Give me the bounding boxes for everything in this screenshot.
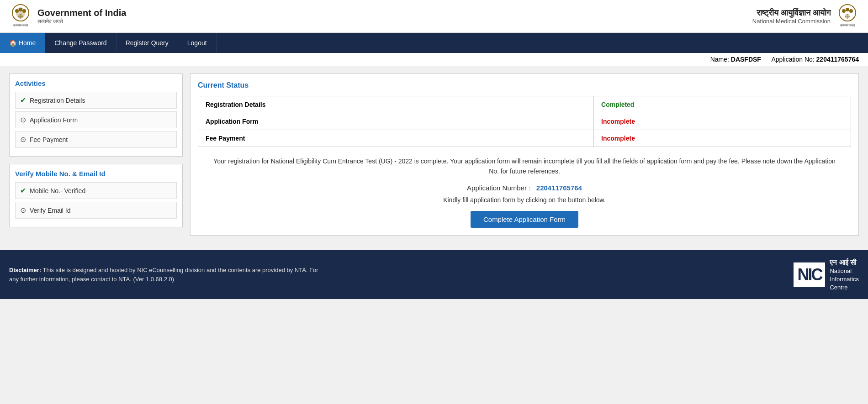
activities-section: Activities ✔ Registration Details ⊙ Appl… <box>9 73 183 157</box>
gov-title: Government of India <box>37 8 126 18</box>
circle-icon-email: ⊙ <box>20 206 26 215</box>
nmc-english-title: National Medical Commission <box>752 18 831 25</box>
gov-brand: सत्यमेव जयते Government of India सत्यमेव… <box>9 4 126 29</box>
fill-instruction-text: Kindly fill application form by clicking… <box>198 196 851 204</box>
sidebar-item-registration-details[interactable]: ✔ Registration Details <box>15 92 177 109</box>
svg-point-12 <box>849 9 853 13</box>
svg-point-11 <box>846 8 849 11</box>
nav-home[interactable]: 🏠 Home <box>0 33 45 53</box>
svg-text:सत्यमेव जयते: सत्यमेव जयते <box>13 23 29 27</box>
app-number-label: Application Number : <box>467 184 530 192</box>
app-no-value: 220411765764 <box>816 56 859 63</box>
nmc-hindi-title: राष्ट्रीय आयुर्विज्ञान आयोग <box>752 8 831 18</box>
table-row: Application Form Incomplete <box>198 113 851 130</box>
main-content: Activities ✔ Registration Details ⊙ Appl… <box>0 66 868 243</box>
check-icon-mobile: ✔ <box>20 186 26 195</box>
status-value-application: Incomplete <box>594 113 851 130</box>
user-info-bar: Name: DASFDSF Application No: 2204117657… <box>0 53 868 66</box>
table-row: Registration Details Completed <box>198 96 851 113</box>
footer-disclaimer: Disclaimer: This site is designed and ho… <box>9 266 329 283</box>
status-item-fee: Fee Payment <box>198 130 594 147</box>
disclaimer-text: This site is designed and hosted by NIC … <box>9 267 318 283</box>
sidebar-item-application-form[interactable]: ⊙ Application Form <box>15 111 177 128</box>
app-no-label: Application No: <box>772 56 815 63</box>
gov-emblem-icon: सत्यमेव जयते <box>9 4 32 29</box>
nav-register-query[interactable]: Register Query <box>116 33 178 53</box>
nic-line3: Centre <box>830 283 859 292</box>
sidebar-registration-label: Registration Details <box>30 97 85 104</box>
sidebar-fee-label: Fee Payment <box>30 136 68 143</box>
svg-point-10 <box>842 9 846 13</box>
verify-section: Verify Mobile No. & Email Id ✔ Mobile No… <box>9 164 183 227</box>
status-item-registration: Registration Details <box>198 96 594 113</box>
nic-line1: National <box>830 267 859 275</box>
nmc-brand: राष्ट्रीय आयुर्विज्ञान आयोग National Med… <box>752 4 859 29</box>
sidebar-item-verify-email[interactable]: ⊙ Verify Email Id <box>15 202 177 219</box>
nav-logout[interactable]: Logout <box>178 33 217 53</box>
table-row: Fee Payment Incomplete <box>198 130 851 147</box>
sidebar-item-fee-payment[interactable]: ⊙ Fee Payment <box>15 131 177 148</box>
nic-logo: NIC एन आई सी National Informatics Centre <box>794 257 859 292</box>
nic-icon: NIC <box>797 265 821 284</box>
gov-subtitle: सत्यमेव जयते <box>37 18 126 25</box>
page-header: सत्यमेव जयते Government of India सत्यमेव… <box>0 0 868 33</box>
sidebar-item-mobile-verified[interactable]: ✔ Mobile No.- Verified <box>15 182 177 199</box>
status-title: Current Status <box>198 81 851 89</box>
status-value-fee: Incomplete <box>594 130 851 147</box>
svg-point-5 <box>22 9 26 13</box>
sidebar-mobile-label: Mobile No.- Verified <box>30 187 85 194</box>
app-number-value: 220411765764 <box>536 184 582 192</box>
nav-change-password[interactable]: Change Password <box>45 33 116 53</box>
disclaimer-label: Disclaimer: <box>9 267 41 273</box>
nmc-emblem-icon: सत्यमेव जयते <box>836 4 859 29</box>
page-footer: Disclaimer: This site is designed and ho… <box>0 250 868 299</box>
circle-icon-2: ⊙ <box>20 135 26 144</box>
svg-text:सत्यमेव जयते: सत्यमेव जयते <box>840 23 856 27</box>
status-panel: Current Status Registration Details Comp… <box>190 73 859 236</box>
status-value-registration: Completed <box>594 96 851 113</box>
svg-point-3 <box>15 9 19 13</box>
nic-hindi-text: एन आई सी <box>830 257 859 267</box>
complete-application-button[interactable]: Complete Application Form <box>471 211 578 228</box>
status-table: Registration Details Completed Applicati… <box>198 96 851 147</box>
status-item-application: Application Form <box>198 113 594 130</box>
verify-title: Verify Mobile No. & Email Id <box>15 170 177 178</box>
info-text: Your registration for National Eligibili… <box>198 156 851 177</box>
nic-line2: Informatics <box>830 275 859 283</box>
sidebar: Activities ✔ Registration Details ⊙ Appl… <box>9 73 183 236</box>
sidebar-application-label: Application Form <box>30 116 78 124</box>
activities-title: Activities <box>15 79 177 87</box>
sidebar-email-label: Verify Email Id <box>30 207 70 214</box>
svg-point-4 <box>19 8 22 11</box>
nic-text-block: एन आई सी National Informatics Centre <box>830 257 859 292</box>
name-value: DASFDSF <box>731 56 761 63</box>
check-icon: ✔ <box>20 96 26 105</box>
main-navbar: 🏠 Home Change Password Register Query Lo… <box>0 33 868 53</box>
app-number-line: Application Number : 220411765764 <box>198 184 851 192</box>
circle-icon: ⊙ <box>20 115 26 124</box>
name-label: Name: <box>710 56 729 63</box>
